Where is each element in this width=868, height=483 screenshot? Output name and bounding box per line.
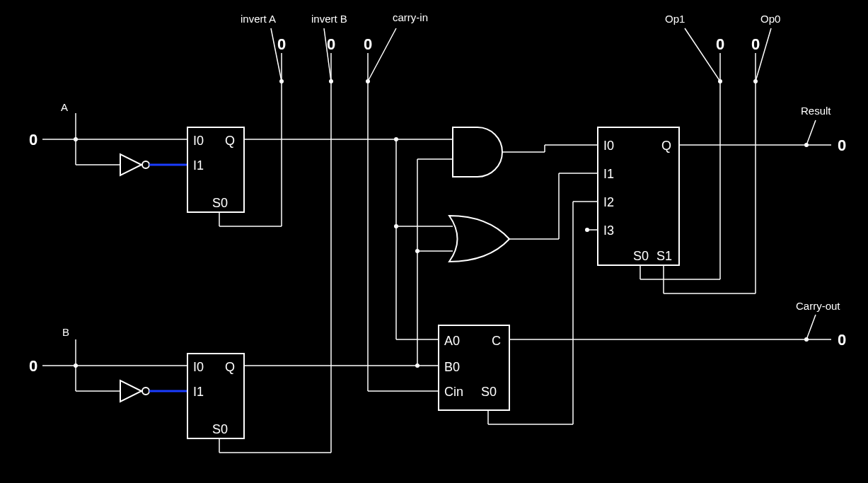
- adder-b0: B0: [444, 360, 460, 374]
- muxO-q: Q: [661, 139, 671, 153]
- value-invertA[interactable]: 0: [277, 35, 286, 53]
- label-op1: Op1: [665, 13, 685, 25]
- adder: A0 B0 Cin C S0: [439, 325, 509, 410]
- label-B: B: [62, 326, 69, 338]
- muxO-s1: S1: [656, 249, 672, 263]
- svg-point-72: [585, 228, 589, 232]
- value-carryIn[interactable]: 0: [364, 35, 372, 53]
- muxO-s0: S0: [633, 249, 649, 263]
- muxB-i1: I1: [193, 385, 204, 399]
- label-carryIn: carry-in: [393, 11, 428, 23]
- muxO-i3: I3: [603, 223, 614, 238]
- mux-A: I0 I1 S0 Q: [187, 127, 244, 212]
- value-op0[interactable]: 0: [751, 35, 760, 53]
- muxA-i1: I1: [193, 158, 204, 173]
- value-CarryOut: 0: [838, 331, 846, 349]
- muxA-q: Q: [225, 134, 235, 148]
- adder-a0: A0: [444, 334, 460, 348]
- muxA-i0: I0: [193, 134, 204, 148]
- svg-line-82: [806, 120, 816, 145]
- not-gate-A: [120, 154, 149, 175]
- value-op1[interactable]: 0: [716, 35, 724, 53]
- svg-point-20: [142, 161, 149, 168]
- svg-line-69: [806, 315, 816, 339]
- label-A: A: [61, 101, 68, 113]
- or-gate: [449, 216, 509, 262]
- svg-point-39: [142, 388, 149, 395]
- mux-out: I0 I1 I2 I3 S0 S1 Q: [598, 127, 679, 265]
- muxA-s0: S0: [212, 196, 228, 210]
- label-invertA: invert A: [241, 13, 276, 25]
- label-Result: Result: [801, 105, 831, 117]
- muxB-q: Q: [225, 360, 235, 374]
- muxO-i2: I2: [603, 195, 614, 209]
- value-B[interactable]: 0: [29, 357, 37, 375]
- svg-line-10: [685, 28, 720, 81]
- label-invertB: invert B: [311, 13, 347, 25]
- muxO-i0: I0: [603, 139, 614, 153]
- adder-s0: S0: [481, 385, 497, 399]
- value-A[interactable]: 0: [29, 131, 37, 149]
- adder-cin: Cin: [444, 385, 463, 399]
- not-gate-B: [120, 380, 149, 402]
- adder-c: C: [492, 334, 501, 348]
- muxO-i1: I1: [603, 167, 614, 181]
- value-Result: 0: [838, 136, 846, 154]
- and-gate: [453, 127, 502, 177]
- muxB-i0: I0: [193, 360, 204, 374]
- label-CarryOut: Carry-out: [796, 300, 840, 312]
- mux-B: I0 I1 S0 Q: [187, 354, 244, 438]
- value-invertB[interactable]: 0: [327, 35, 335, 53]
- label-op0: Op0: [760, 13, 780, 25]
- muxB-s0: S0: [212, 422, 228, 436]
